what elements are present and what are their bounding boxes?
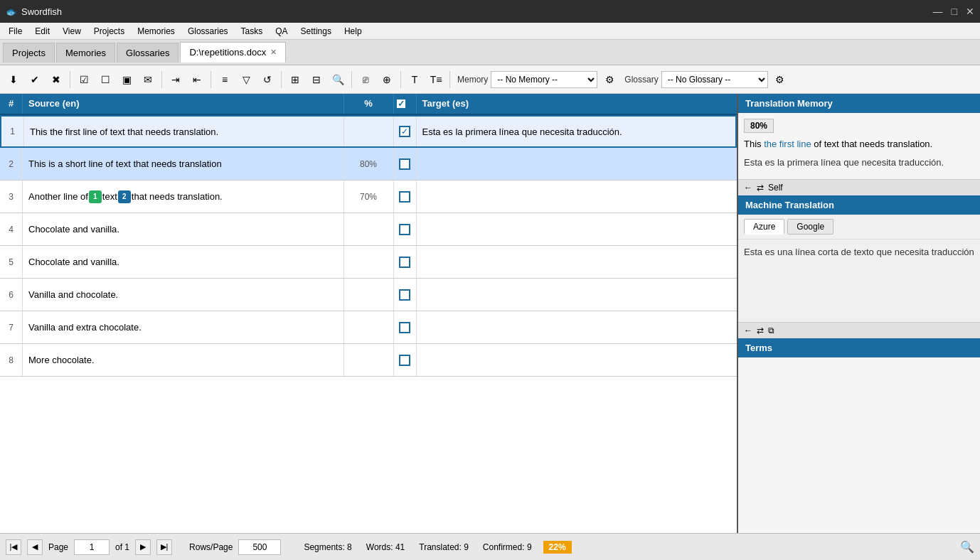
tab-projects[interactable]: Projects [3, 43, 55, 63]
menu-memories[interactable]: Memories [132, 25, 181, 38]
menu-qa[interactable]: QA [270, 25, 293, 38]
zoom-button[interactable]: ⊕ [378, 70, 396, 89]
tab-memories[interactable]: Memories [56, 43, 115, 63]
reject-button[interactable]: ✖ [47, 70, 65, 89]
row-source[interactable]: This the first line of text that needs t… [24, 117, 344, 146]
row-source[interactable]: Another line of 1text2 that needs transl… [23, 181, 344, 212]
check-all-button[interactable]: ☑ [75, 70, 93, 89]
nav-last-button[interactable]: ▶| [156, 539, 172, 555]
format-button1[interactable]: T [405, 70, 424, 89]
mt-tab-azure[interactable]: Azure [744, 219, 784, 235]
refresh-button[interactable]: ↺ [258, 70, 277, 89]
glossary-select[interactable]: -- No Glossary -- [661, 71, 768, 88]
row-check[interactable] [394, 246, 417, 278]
row-target[interactable] [417, 311, 737, 343]
nav-prev-button[interactable]: ◀ [27, 539, 43, 555]
row-source[interactable]: Chocolate and vanilla. [23, 213, 344, 245]
mt-copy-icon[interactable]: ⧉ [768, 325, 774, 335]
table-row[interactable]: 1 This the first line of text that needs… [0, 115, 737, 148]
search-icon-bottom[interactable]: 🔍 [960, 540, 974, 554]
table-row[interactable]: 5 Chocolate and vanilla. [0, 246, 737, 279]
row-checkbox[interactable] [399, 355, 410, 366]
row-checkbox[interactable] [399, 191, 410, 203]
tab-close-icon[interactable]: ✕ [270, 48, 277, 57]
table-row[interactable]: 6 Vanilla and chocolate. [0, 279, 737, 311]
table-row[interactable]: 7 Vanilla and extra chocolate. [0, 311, 737, 344]
menu-file[interactable]: File [3, 25, 28, 38]
row-check[interactable] [394, 148, 417, 180]
menu-bar: File Edit View Projects Memories Glossar… [0, 23, 980, 40]
nav-next-button[interactable]: ▶ [135, 539, 151, 555]
row-source[interactable]: More chocolate. [23, 344, 344, 376]
row-target[interactable] [417, 213, 737, 245]
table-row[interactable]: 8 More chocolate. [0, 344, 737, 377]
memory-select[interactable]: -- No Memory -- [491, 71, 597, 88]
tab-document[interactable]: D:\repetitions.docx ✕ [180, 42, 286, 63]
tab-glossaries[interactable]: Glossaries [117, 43, 179, 63]
format-button2[interactable]: T≡ [427, 70, 445, 89]
page-input[interactable] [74, 539, 110, 555]
row-check[interactable] [394, 213, 417, 245]
header-checkbox[interactable] [395, 98, 407, 109]
menu-edit[interactable]: Edit [29, 25, 55, 38]
menu-projects[interactable]: Projects [88, 25, 130, 38]
row-source[interactable]: Vanilla and extra chocolate. [23, 311, 344, 343]
row-source[interactable]: Vanilla and chocolate. [23, 279, 344, 311]
mt-tab-google[interactable]: Google [787, 219, 833, 235]
table-row[interactable]: 4 Chocolate and vanilla. [0, 213, 737, 246]
memory-settings-button[interactable]: ⚙ [600, 70, 619, 89]
close-button[interactable]: ✕ [966, 6, 974, 17]
row-target[interactable] [417, 181, 737, 212]
row-checkbox[interactable] [399, 322, 410, 333]
accept-button[interactable]: ✔ [26, 70, 44, 89]
tm-insert-icon[interactable]: ← [744, 183, 752, 193]
outdent-button[interactable]: ⇤ [188, 70, 206, 89]
menu-help[interactable]: Help [339, 25, 368, 38]
mt-insert-icon[interactable]: ← [744, 325, 752, 335]
row-target[interactable] [417, 344, 737, 376]
row-checkbox[interactable] [399, 257, 410, 268]
menu-tasks[interactable]: Tasks [235, 25, 269, 38]
sort-button[interactable]: ≡ [215, 70, 234, 89]
row-checkbox[interactable] [399, 126, 410, 137]
join-button[interactable]: ⊟ [307, 70, 326, 89]
row-source[interactable]: Chocolate and vanilla. [23, 246, 344, 278]
tm-translate-icon[interactable]: ⇄ [757, 183, 764, 193]
row-check[interactable] [394, 117, 417, 146]
table-row[interactable]: 2 This is a short line of text that need… [0, 148, 737, 181]
row-checkbox[interactable] [399, 224, 410, 235]
search-button[interactable]: 🔍 [329, 70, 347, 89]
send-button[interactable]: ✉ [139, 70, 157, 89]
export-button[interactable]: ⬇ [4, 70, 23, 89]
row-check[interactable] [394, 181, 417, 212]
row-target[interactable] [417, 279, 737, 311]
nav-first-button[interactable]: |◀ [6, 539, 21, 555]
menu-view[interactable]: View [57, 25, 87, 38]
row-checkbox[interactable] [399, 158, 410, 170]
rows-input[interactable] [238, 539, 281, 555]
of-label: of 1 [115, 542, 129, 552]
table-row[interactable]: 3 Another line of 1text2 that needs tran… [0, 181, 737, 213]
col-header-check [394, 94, 417, 114]
minimize-button[interactable]: — [933, 6, 943, 17]
row-checkbox[interactable] [399, 289, 410, 301]
row-check[interactable] [394, 311, 417, 343]
uncheck-button[interactable]: ☐ [96, 70, 114, 89]
check-square-button[interactable]: ▣ [117, 70, 136, 89]
replace-button[interactable]: ⎚ [356, 70, 375, 89]
indent-button[interactable]: ⇥ [166, 70, 185, 89]
segment-button[interactable]: ⊞ [286, 70, 304, 89]
mt-translate-icon[interactable]: ⇄ [757, 325, 764, 335]
filter-button[interactable]: ▽ [237, 70, 255, 89]
row-check[interactable] [394, 344, 417, 376]
row-check[interactable] [394, 279, 417, 311]
glossary-settings-button[interactable]: ⚙ [771, 70, 789, 89]
menu-settings[interactable]: Settings [295, 25, 337, 38]
row-target[interactable] [417, 148, 737, 180]
row-source[interactable]: This is a short line of text that needs … [23, 148, 344, 180]
maximize-button[interactable]: □ [952, 6, 957, 17]
row-target[interactable] [417, 246, 737, 278]
title-bar-controls[interactable]: — □ ✕ [933, 6, 974, 17]
row-target[interactable]: Esta es la primera línea que necesita tr… [417, 117, 736, 146]
menu-glossaries[interactable]: Glossaries [182, 25, 234, 38]
